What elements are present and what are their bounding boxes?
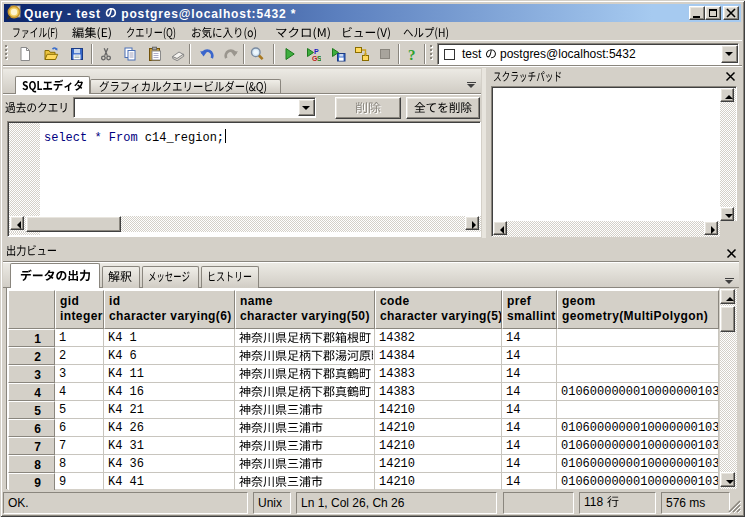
svg-text:P: P bbox=[314, 48, 319, 55]
svg-text:?: ? bbox=[408, 47, 416, 63]
svg-text:S: S bbox=[317, 55, 321, 62]
